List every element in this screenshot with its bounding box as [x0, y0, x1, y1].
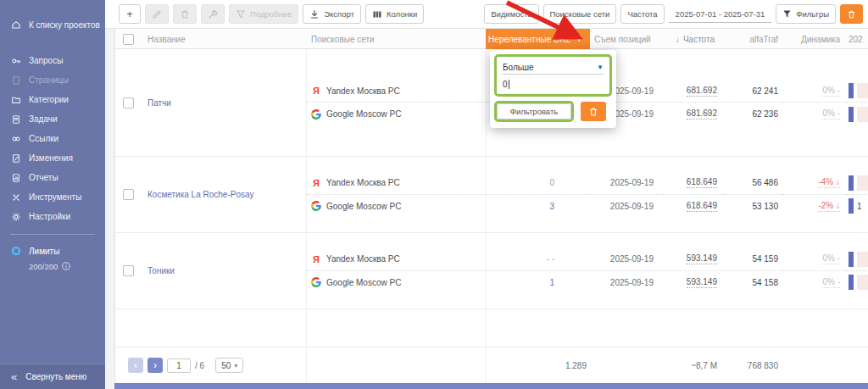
limits-label: Лимиты	[29, 247, 59, 256]
mini-bar	[849, 83, 854, 98]
limits-count: 200/200	[29, 262, 58, 271]
header-dynamics[interactable]: Динамика	[782, 29, 847, 49]
page-input[interactable]	[167, 358, 191, 373]
details-label: Подробнее	[250, 9, 292, 19]
home-icon	[11, 19, 21, 30]
table-row-group: Тоники ЯYandex Москва PC - - 2025-09-19 …	[115, 233, 868, 309]
header-alfatraf[interactable]: alfaTraf	[723, 29, 782, 49]
search-engines-button[interactable]: Поисковые сети	[543, 4, 617, 24]
limits[interactable]: Лимиты	[0, 242, 105, 259]
frequency-value[interactable]: 593.149	[687, 253, 717, 264]
frequency-value[interactable]: 618.649	[687, 177, 717, 188]
irrelevant-value[interactable]: 3	[549, 202, 554, 211]
group-tools-button[interactable]	[201, 4, 225, 24]
total-irrelevant: 1.289	[565, 361, 587, 370]
sidebar-item-tasks[interactable]: Задачи	[0, 109, 105, 129]
info-icon[interactable]	[61, 261, 71, 271]
sidebar-item-links[interactable]: Ссылки	[0, 129, 105, 148]
export-button[interactable]: Экспорт	[303, 4, 361, 24]
sidebar-item-settings[interactable]: Настройки	[0, 207, 105, 226]
alfatraf-value: 62 241	[752, 86, 778, 96]
dynamics-value[interactable]: 0% -	[822, 86, 840, 97]
key-icon	[11, 56, 21, 66]
sidebar-item-changes[interactable]: Изменения	[0, 148, 105, 168]
group-name-link[interactable]: Тоники	[141, 248, 306, 294]
edit-button[interactable]	[145, 4, 169, 24]
header-frequency[interactable]: ↓Частота	[662, 29, 723, 49]
sidebar-item-label: Категории	[29, 95, 69, 104]
group-name-link[interactable]: Патчи	[141, 80, 306, 125]
details-button[interactable]: Подробнее	[229, 4, 298, 24]
frequency-value[interactable]: 618.649	[687, 201, 717, 212]
apply-filter-button[interactable]: Фильтровать	[497, 103, 571, 119]
sidebar-item-reports[interactable]: Отчеты	[0, 168, 105, 187]
mini-bar	[849, 107, 854, 122]
positions-date: 2025-09-19	[610, 202, 654, 211]
filter-fields-highlight: Больше ▼ 0	[494, 54, 612, 97]
collapse-menu-label: Свернуть меню	[25, 372, 86, 381]
visibility-button[interactable]: Видимость	[484, 4, 538, 24]
dynamics-value[interactable]: -2% ↓	[818, 201, 840, 212]
wrench-icon	[208, 9, 218, 19]
dynamics-value[interactable]: -4% ↓	[818, 177, 840, 188]
page-icon	[11, 75, 21, 86]
row-checkbox[interactable]	[123, 97, 134, 108]
page-count: / 6	[195, 361, 204, 370]
filters-button[interactable]: Фильтры	[776, 4, 836, 24]
sidebar-item-label: К списку проектов	[29, 20, 100, 30]
filter-operator-select[interactable]: Больше ▼	[503, 60, 604, 75]
table-row-group: Косметика La Roche-Posay ЯYandex Москва …	[115, 157, 868, 233]
clear-filters-button[interactable]	[840, 4, 863, 24]
header-search-engines[interactable]: Поисковые сети	[306, 29, 486, 49]
header-truncated-column[interactable]: 202	[847, 29, 868, 49]
header-positions[interactable]: Съем позиций	[590, 29, 662, 49]
positions-date: 2025-09-19	[610, 109, 654, 119]
frequency-value[interactable]: 593.149	[687, 277, 717, 288]
header-name[interactable]: Название	[141, 29, 306, 49]
irrelevant-value[interactable]: 0	[549, 178, 554, 187]
filter-funnel-icon[interactable]	[575, 35, 583, 43]
row-checkbox[interactable]	[123, 189, 134, 200]
delete-button[interactable]	[173, 4, 197, 24]
pagination: ‹ › / 6 50▾	[115, 358, 486, 373]
next-page-button[interactable]: ›	[147, 358, 163, 373]
columns-button[interactable]: Колонки	[365, 4, 424, 24]
filter-value-input[interactable]: 0	[503, 75, 604, 89]
sidebar-item-projects[interactable]: К списку проектов	[0, 14, 105, 36]
chevron-down-icon: ▼	[597, 64, 604, 71]
frequency-value[interactable]: 681.692	[687, 108, 717, 119]
collapse-menu-button[interactable]: « Свернуть меню	[0, 364, 105, 389]
horizontal-scrollbar[interactable]	[114, 383, 868, 389]
dynamics-value[interactable]: 0% -	[822, 108, 840, 119]
yandex-icon: Я	[311, 254, 321, 264]
date-range-input[interactable]: 2025-07-01 - 2025-07-31	[669, 5, 772, 23]
trash-icon	[588, 107, 598, 117]
yandex-icon: Я	[311, 86, 321, 96]
add-button[interactable]: +	[119, 4, 141, 24]
remove-filter-button[interactable]	[581, 102, 606, 121]
prev-page-button[interactable]: ‹	[128, 358, 143, 373]
sidebar-item-pages[interactable]: Страницы	[0, 70, 105, 90]
engine-cell: Google Moscow PC	[306, 195, 486, 218]
dynamics-value[interactable]: 0% -	[822, 253, 840, 264]
dynamics-value[interactable]: 0% -	[822, 277, 840, 288]
page-size-select[interactable]: 50▾	[215, 358, 243, 373]
select-all-checkbox[interactable]	[123, 34, 134, 45]
sidebar: К списку проектов Запросы Страницы Катег…	[0, 0, 105, 389]
folder-icon	[11, 95, 21, 105]
google-icon	[311, 201, 321, 211]
group-name-link[interactable]: Косметика La Roche-Posay	[141, 172, 306, 218]
header-irrelevant-urls[interactable]: Нерелевантные URL	[486, 29, 590, 49]
irrelevant-value[interactable]: 1	[549, 278, 554, 287]
sidebar-item-label: Настройки	[29, 212, 70, 221]
frequency-value[interactable]: 681.692	[687, 86, 717, 97]
frequency-label: Частота	[627, 9, 657, 19]
sidebar-item-tools[interactable]: Инструменты	[0, 187, 105, 207]
sidebar-item-categories[interactable]: Категории	[0, 90, 105, 109]
frequency-button[interactable]: Частота	[620, 4, 664, 24]
row-checkbox[interactable]	[123, 265, 134, 276]
irrelevant-value[interactable]: - -	[547, 254, 554, 264]
table-footer: ‹ › / 6 50▾ 1.289 ~8,7 М 768 830	[115, 347, 868, 383]
alfatraf-value: 54 159	[752, 254, 778, 264]
sidebar-item-queries[interactable]: Запросы	[0, 51, 105, 70]
